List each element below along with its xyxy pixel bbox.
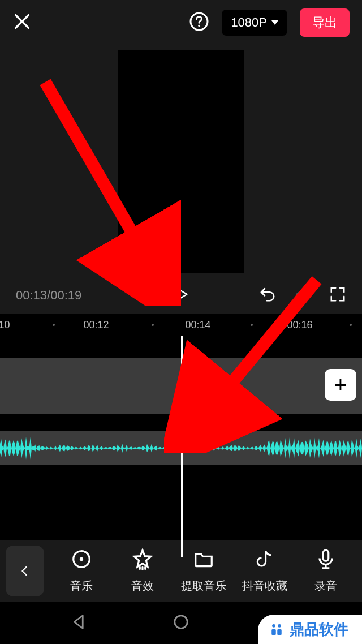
time-display: 00:13/00:19 bbox=[16, 288, 170, 303]
ruler-tick-label: 00:16 bbox=[287, 319, 312, 331]
watermark-badge: 鼎品软件 bbox=[258, 615, 362, 644]
nav-back-button[interactable] bbox=[71, 613, 88, 633]
svg-rect-9 bbox=[272, 629, 276, 635]
svg-point-5 bbox=[175, 616, 188, 629]
tool-label: 音乐 bbox=[70, 578, 93, 594]
star-sfx-icon bbox=[132, 548, 153, 573]
ruler-dot bbox=[251, 324, 253, 326]
help-icon[interactable] bbox=[189, 11, 209, 34]
watermark-text: 鼎品软件 bbox=[290, 620, 348, 639]
redo-button[interactable] bbox=[294, 286, 311, 305]
add-clip-button[interactable]: + bbox=[325, 369, 356, 401]
tool-label: 音效 bbox=[131, 578, 154, 594]
tool-douyin[interactable]: 抖音收藏 bbox=[234, 548, 295, 594]
play-button[interactable] bbox=[170, 286, 192, 304]
tool-label: 提取音乐 bbox=[181, 578, 226, 594]
nav-home-button[interactable] bbox=[173, 613, 189, 633]
video-frame[interactable] bbox=[118, 50, 244, 273]
watermark-logo-icon bbox=[268, 621, 285, 638]
svg-point-8 bbox=[278, 624, 281, 628]
svg-point-1 bbox=[199, 25, 201, 27]
tool-label: 录音 bbox=[314, 578, 337, 594]
caret-down-icon bbox=[272, 20, 278, 25]
microphone-icon bbox=[315, 548, 337, 573]
svg-point-3 bbox=[80, 557, 83, 561]
undo-button[interactable] bbox=[259, 286, 276, 305]
toolbar-back-button[interactable] bbox=[6, 546, 44, 596]
svg-rect-4 bbox=[323, 550, 329, 561]
svg-point-7 bbox=[272, 624, 275, 628]
tool-microphone[interactable]: 录音 bbox=[295, 548, 356, 594]
fullscreen-button[interactable] bbox=[329, 286, 346, 305]
resolution-selector[interactable]: 1080P bbox=[222, 10, 287, 36]
timeline-ruler[interactable]: 0:1000:1200:1400:16 bbox=[0, 314, 362, 336]
ruler-dot bbox=[350, 324, 352, 326]
ruler-tick-label: 0:10 bbox=[0, 319, 10, 331]
timeline[interactable]: + bbox=[0, 336, 362, 557]
music-disc-icon bbox=[71, 548, 92, 573]
tool-label: 抖音收藏 bbox=[242, 578, 287, 594]
ruler-dot bbox=[53, 324, 55, 326]
ruler-dot bbox=[152, 324, 154, 326]
ruler-tick-label: 00:14 bbox=[185, 319, 210, 331]
playhead[interactable] bbox=[181, 336, 183, 557]
ruler-tick-label: 00:12 bbox=[83, 319, 109, 331]
tool-music-disc[interactable]: 音乐 bbox=[51, 548, 112, 594]
svg-rect-10 bbox=[277, 629, 282, 635]
douyin-icon bbox=[254, 548, 275, 573]
close-button[interactable] bbox=[12, 12, 189, 33]
video-preview bbox=[0, 45, 362, 277]
export-button[interactable]: 导出 bbox=[300, 8, 350, 37]
tool-star-sfx[interactable]: 音效 bbox=[112, 548, 173, 594]
folder-icon bbox=[193, 548, 214, 573]
plus-icon: + bbox=[334, 372, 347, 398]
resolution-label: 1080P bbox=[231, 15, 267, 30]
